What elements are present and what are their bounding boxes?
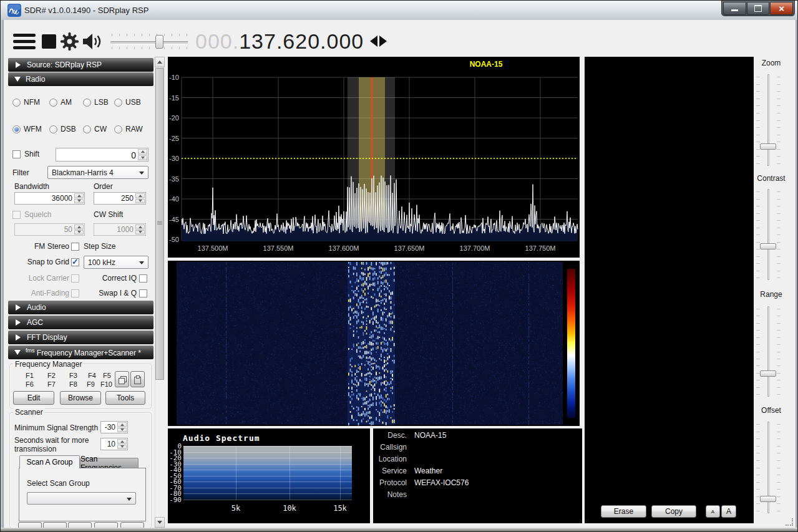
order-up-button[interactable] [135, 193, 145, 198]
mode-radio-am[interactable] [49, 99, 57, 107]
snap-to-grid-checkbox[interactable] [71, 258, 79, 266]
mode-radio-nfm[interactable] [12, 99, 21, 107]
zoom-slider-track[interactable] [767, 74, 769, 166]
mode-radio-raw[interactable] [114, 125, 122, 133]
step-down-icon[interactable] [370, 36, 377, 47]
fft-display-panel-header[interactable]: FFT Display [8, 331, 153, 344]
font-smaller-button[interactable]: A [706, 505, 720, 518]
resize-grip[interactable] [786, 518, 793, 526]
mode-radio-wfm[interactable] [12, 125, 21, 133]
mode-label-usb[interactable]: USB [125, 98, 141, 107]
slider-tick [756, 105, 760, 106]
maximize-button[interactable] [747, 2, 770, 15]
bandwidth-value[interactable]: 36000 [52, 194, 72, 203]
source-panel-header[interactable]: Source: SDRplay RSP [8, 58, 153, 72]
scan-group-dropdown[interactable] [27, 492, 136, 505]
shift-spinner[interactable]: 0 [56, 148, 148, 162]
frequency-main-digits[interactable]: 137.620.000 [239, 29, 364, 54]
font-larger-button[interactable]: A [721, 505, 736, 518]
title-bar[interactable]: SDR# v1.0.0.1490 - SDRplay RSP × [1, 1, 798, 21]
contrast-slider-thumb[interactable] [760, 243, 776, 249]
erase-button[interactable]: Erase [601, 505, 646, 518]
radio-panel-header[interactable]: Radio [8, 72, 153, 86]
volume-thumb[interactable] [155, 35, 163, 49]
mode-radio-lsb[interactable] [83, 99, 91, 107]
close-button[interactable]: × [770, 2, 793, 15]
zoom-slider-thumb[interactable] [760, 143, 776, 150]
tools-button[interactable]: Tools [105, 391, 145, 405]
shift-down-button[interactable] [138, 155, 147, 161]
mode-radio-dsb[interactable] [49, 125, 57, 133]
bandwidth-up-button[interactable] [74, 193, 84, 198]
mode-radio-cw[interactable] [83, 125, 91, 133]
step-up-icon[interactable] [379, 36, 387, 47]
mode-label-nfm[interactable]: NFM [24, 98, 40, 107]
frequency-step-buttons[interactable] [370, 33, 387, 49]
copy-button[interactable]: Copy [651, 505, 696, 518]
frequency-dim-digits[interactable]: 000. [195, 29, 239, 54]
scrollbar-down-button[interactable] [155, 517, 165, 528]
order-spinner[interactable]: 250 [94, 192, 146, 205]
audio-mute-button[interactable] [82, 33, 102, 50]
mode-label-am[interactable]: AM [61, 98, 72, 107]
audio-gridline [183, 446, 352, 447]
browse-button[interactable]: Browse [60, 391, 101, 405]
copy-entry-button[interactable] [115, 371, 129, 387]
settings-button[interactable] [60, 32, 79, 51]
menu-button[interactable] [13, 34, 36, 49]
agc-panel-header[interactable]: AGC [8, 316, 153, 329]
order-value[interactable]: 250 [121, 194, 134, 203]
detail-value-desc: NOAA-15 [414, 431, 446, 440]
minimize-button[interactable] [723, 2, 746, 15]
min-signal-down-button[interactable] [117, 428, 127, 433]
min-signal-up-button[interactable] [117, 422, 127, 427]
range-slider-thumb[interactable] [760, 370, 776, 377]
shift-up-button[interactable] [138, 149, 147, 155]
shift-checkbox[interactable] [12, 150, 21, 158]
mode-label-cw[interactable]: CW [94, 125, 107, 133]
contrast-slider-track[interactable] [767, 189, 769, 280]
stop-button[interactable] [42, 34, 56, 49]
mode-label-wfm[interactable]: WFM [24, 125, 42, 133]
waterfall-canvas[interactable] [168, 261, 580, 426]
spectrum-display[interactable]: NOAA-15 -10-15-20-25-30-35-40-45-50137.5… [168, 57, 580, 258]
mode-label-raw[interactable]: RAW [125, 125, 143, 133]
waterfall-display[interactable] [168, 261, 580, 426]
wait-spinner[interactable]: 10 [100, 438, 128, 450]
frequency-display[interactable]: 000.137.620.000 [195, 28, 364, 54]
wait-up-button[interactable] [117, 439, 127, 444]
mode-radio-usb[interactable] [114, 99, 122, 107]
volume-track[interactable] [110, 41, 188, 44]
tab-scan-frequencies[interactable]: Scan Frequencies [80, 458, 139, 468]
mode-label-dsb[interactable]: DSB [61, 125, 76, 133]
slider-tick [756, 213, 760, 214]
wait-down-button[interactable] [117, 445, 127, 450]
scrollbar-up-button[interactable] [155, 57, 165, 67]
collapsed-arrow-icon [16, 334, 21, 341]
step-size-dropdown[interactable]: 100 kHz [84, 256, 148, 269]
audio-spectrum-panel: Audio Spectrum 0-10-20-30-40-50-60-70-80… [168, 428, 370, 523]
bandwidth-spinner[interactable]: 36000 [14, 192, 85, 205]
mode-label-lsb[interactable]: LSB [94, 98, 109, 107]
bandwidth-down-button[interactable] [74, 199, 84, 204]
slider-tick [756, 316, 760, 316]
scrollbar-thumb[interactable] [155, 68, 164, 380]
frequency-manager-panel-header[interactable]: fms Frequency Manager+Scanner * [8, 346, 153, 359]
fm-stereo-checkbox[interactable] [71, 243, 79, 251]
filter-dropdown[interactable]: Blackman-Harris 4 [47, 166, 148, 179]
shift-value[interactable]: 0 [131, 150, 136, 160]
volume-slider[interactable] [110, 34, 188, 50]
min-signal-spinner[interactable]: -30 [100, 421, 128, 433]
range-slider-track[interactable] [767, 306, 769, 397]
audio-panel-header[interactable]: Audio [8, 301, 153, 314]
paste-entry-button[interactable] [130, 371, 145, 387]
squelch-checkbox[interactable] [12, 211, 21, 219]
wait-value[interactable]: 10 [107, 440, 115, 448]
tab-scan-a-group[interactable]: Scan A Group [19, 455, 80, 468]
correct-iq-checkbox[interactable] [139, 274, 147, 283]
order-down-button[interactable] [135, 199, 145, 204]
min-signal-value[interactable]: -30 [105, 423, 115, 432]
offset-slider-thumb[interactable] [760, 496, 776, 502]
edit-button[interactable]: Edit [13, 391, 54, 405]
swap-iq-checkbox[interactable] [139, 289, 147, 297]
